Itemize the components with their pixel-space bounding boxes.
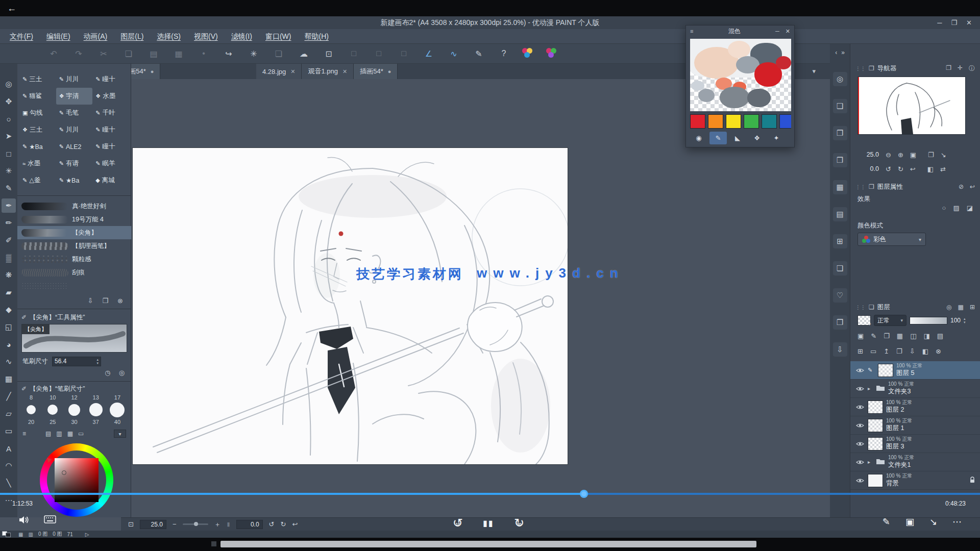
subtool-item[interactable]: ✎ ALE2 <box>56 138 93 155</box>
brush-row[interactable]: 【尖角】 <box>17 226 131 239</box>
soft-eraser-icon[interactable]: ☁ <box>297 47 310 60</box>
ruler-tool[interactable]: ╲ <box>2 476 16 490</box>
favorites-icon[interactable]: ♡ <box>833 288 847 303</box>
merge-down-icon[interactable]: ⇩ <box>910 347 915 355</box>
border-effect-icon[interactable]: ○ <box>942 204 946 212</box>
zoom-tool[interactable]: ◎ <box>2 77 16 91</box>
merge-icon[interactable]: ▦ <box>172 47 185 60</box>
quick-search-icon[interactable]: ◎ <box>833 72 847 86</box>
brush-row[interactable] <box>17 279 131 292</box>
brush-row[interactable]: 【肌理画笔】 <box>17 239 131 253</box>
subtool-item[interactable]: ✎ ★Ba <box>56 172 93 189</box>
panel-tab-4-icon[interactable]: ▦ <box>833 180 847 194</box>
duplicate-layer-icon[interactable]: ❐ <box>896 347 902 355</box>
decoration-tool[interactable]: ❋ <box>2 268 16 282</box>
view-wide-icon[interactable]: ▭ <box>78 430 84 437</box>
subtool-item[interactable]: ❖ 水墨 <box>92 88 129 105</box>
stepper-icons[interactable]: ▴ ▾ <box>96 358 99 365</box>
color-swatch[interactable] <box>708 114 723 129</box>
layer-row[interactable]: ▸ 100 % 正常 文件夹3 <box>850 380 980 398</box>
pen-tool[interactable]: ✎ <box>2 181 16 195</box>
forward-30-button[interactable]: ↻30 <box>510 514 528 532</box>
brush-row[interactable]: 19号万能 4 <box>17 213 131 226</box>
video-timeline[interactable] <box>0 493 980 495</box>
panel-minimize-icon[interactable]: ─ <box>775 28 779 35</box>
blend-mode-dropdown[interactable]: 正常 ▾ <box>874 315 906 326</box>
document-tab[interactable]: 插画54* ● <box>354 64 398 79</box>
tone-effect-icon[interactable]: ▨ <box>953 204 959 212</box>
snap-ruler-icon[interactable]: ∠ <box>422 47 435 60</box>
tab-close-icon[interactable]: ✕ <box>290 68 295 75</box>
zoom-value-box[interactable]: 25.0 <box>140 520 166 529</box>
auto-select-tool[interactable]: ✳ <box>2 164 16 178</box>
rotation-value-box[interactable]: 0.0 <box>236 520 263 529</box>
menu-item[interactable]: 选择(S) <box>150 29 187 44</box>
size-dropdown-icon[interactable]: ▾ <box>114 430 126 438</box>
pen-tool-active[interactable]: ✒ <box>2 198 16 213</box>
new-layer-icon[interactable]: ⊞ <box>857 347 863 355</box>
eyedropper-icon[interactable]: ✦ <box>768 132 785 144</box>
panel-close-icon[interactable]: ✕ <box>786 28 790 35</box>
redo-icon[interactable]: ↷ <box>72 47 85 60</box>
menu-item[interactable]: 滤镜(I) <box>225 29 259 44</box>
new-folder-icon[interactable]: ▭ <box>870 347 876 355</box>
subtool-item[interactable]: ✎ △釜 <box>19 172 56 189</box>
layer-mask-icon[interactable]: ◧ <box>922 347 928 355</box>
subtool-item[interactable]: ▣ 勾线 <box>19 105 56 121</box>
eye-icon[interactable] <box>855 478 865 484</box>
color-swatch[interactable] <box>690 114 705 129</box>
more-options-icon[interactable]: ⋯ <box>952 516 962 528</box>
subtool-item[interactable]: ◆ 离城 <box>92 172 129 189</box>
menu-item[interactable]: 窗口(W) <box>259 29 298 44</box>
move-tool[interactable]: ✥ <box>2 94 16 109</box>
layer-thumbnail[interactable] <box>868 437 883 450</box>
delete-layer-icon[interactable]: ⊗ <box>936 347 941 355</box>
size-preset[interactable] <box>107 402 128 418</box>
brush-row[interactable]: 真·绝世好剑 <box>17 199 131 213</box>
subtool-item[interactable]: ✎ 川川 <box>56 71 93 88</box>
airbrush-tool[interactable]: ▒ <box>2 251 16 265</box>
subtool-item[interactable]: ✎ 毛笔 <box>56 105 93 121</box>
play-timeline-icon[interactable]: ▷ <box>85 532 89 537</box>
subtool-item[interactable]: ✎ 川川 <box>56 121 93 138</box>
clear-icon[interactable]: ✳ <box>247 47 260 60</box>
subtool-item[interactable]: ✎ 猫鲨 <box>19 88 56 105</box>
figure-tool[interactable]: ▱ <box>2 407 16 421</box>
layer-add-icon[interactable]: ⊞ <box>970 304 975 311</box>
panel-tab-7-icon[interactable]: ❏ <box>833 261 847 276</box>
palette-knife-icon[interactable]: ◣ <box>729 132 746 144</box>
layer-row[interactable]: 100 % 正常 图层 2 <box>850 398 980 416</box>
eye-icon[interactable] <box>855 386 865 392</box>
menu-item[interactable]: 文件(F) <box>3 29 40 44</box>
tone-tool[interactable]: ▦ <box>2 372 16 386</box>
rotate-reset-icon[interactable]: ↩ <box>910 165 916 173</box>
layer-row[interactable]: 100 % 正常 背景 <box>850 471 980 490</box>
snap-curve-icon[interactable]: ∿ <box>447 47 460 60</box>
annotate-pencil-icon[interactable]: ✎ <box>883 516 890 528</box>
combine-icon[interactable]: ❐ <box>884 332 890 340</box>
tab-overflow-icon[interactable]: ▾ <box>812 67 816 75</box>
line-tool[interactable]: ╱ <box>2 389 16 404</box>
tab-close-icon[interactable]: ● <box>151 68 154 74</box>
size-preset[interactable] <box>42 402 63 418</box>
color-profile-icon[interactable] <box>522 48 534 59</box>
subtool-item[interactable]: ✎ ★Ba <box>19 138 56 155</box>
menu-item[interactable]: 编辑(E) <box>40 29 77 44</box>
draft-layer-icon[interactable]: ✎ <box>871 332 876 340</box>
document-tab[interactable]: 观音1.png ✕ <box>302 64 354 79</box>
opacity-slider[interactable] <box>910 317 947 324</box>
reference-layer-icon[interactable]: ◨ <box>923 332 929 340</box>
collapse-panel-icon[interactable]: ‹ <box>835 49 837 56</box>
menu-item[interactable]: 视图(V) <box>187 29 225 44</box>
subtool-item[interactable]: ≈ 水墨 <box>19 155 56 172</box>
nav-info-icon[interactable]: ⓘ <box>969 64 975 73</box>
size-preset[interactable] <box>63 402 85 418</box>
lasso-tool[interactable]: ○ <box>2 112 16 126</box>
layer-row[interactable]: ▸ 100 % 正常 文件夹1 <box>850 453 980 471</box>
subtool-item[interactable]: ✎ 瞳十 <box>92 121 129 138</box>
zoom-in-icon[interactable]: ⊕ <box>898 151 903 159</box>
saturation-value-square[interactable] <box>55 458 99 502</box>
placeholder1-icon[interactable]: □ <box>347 47 360 60</box>
subtool-item[interactable]: ❖ 三土 <box>19 121 56 138</box>
screentone-icon[interactable]: ▦ <box>897 332 903 340</box>
